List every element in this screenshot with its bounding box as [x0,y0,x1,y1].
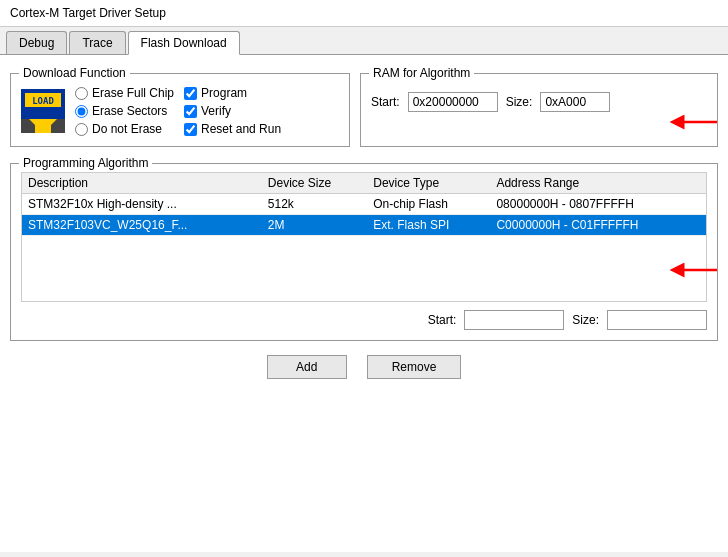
algo-legend: Programming Algorithm [19,156,152,170]
start-label: Start: [371,95,400,109]
table-row[interactable]: STM32F10x High-density ...512kOn-chip Fl… [22,194,706,215]
tab-trace[interactable]: Trace [69,31,125,54]
radio-erase-sectors[interactable]: Erase Sectors [75,104,174,118]
col-address-range: Address Range [490,173,706,194]
algo-table: Description Device Size Device Type Addr… [22,173,706,236]
col-description: Description [22,173,262,194]
ram-for-algorithm-group: RAM for Algorithm Start: Size: [360,73,718,147]
table-arrow-indicator [669,259,719,284]
check-col: Program Verify Reset and Run [184,86,281,136]
check-program[interactable]: Program [184,86,281,100]
main-content: Download Function LOAD [0,55,728,552]
title-bar: Cortex-M Target Driver Setup [0,0,728,27]
radio-col: Erase Full Chip Erase Sectors Do not Era… [75,86,174,136]
algo-start-input[interactable] [464,310,564,330]
radio-erase-full-chip[interactable]: Erase Full Chip [75,86,174,100]
col-device-type: Device Type [367,173,490,194]
ram-inner: Start: Size: [371,92,707,112]
col-device-size: Device Size [262,173,367,194]
bottom-size-label: Size: [572,313,599,327]
bottom-start-label: Start: [428,313,457,327]
top-row: Download Function LOAD [10,65,718,155]
size-label: Size: [506,95,533,109]
tab-debug[interactable]: Debug [6,31,67,54]
radio-do-not-erase[interactable]: Do not Erase [75,122,174,136]
algo-size-input[interactable] [607,310,707,330]
check-verify[interactable]: Verify [184,104,281,118]
algo-table-wrapper[interactable]: Description Device Size Device Type Addr… [21,172,707,302]
download-function-legend: Download Function [19,66,130,80]
red-arrow-svg [669,111,719,133]
table-header-row: Description Device Size Device Type Addr… [22,173,706,194]
ram-arrow-indicator [669,111,719,136]
download-function-group: Download Function LOAD [10,73,350,147]
window-title: Cortex-M Target Driver Setup [10,6,166,20]
load-icon-svg: LOAD [21,89,65,133]
remove-button[interactable]: Remove [367,355,462,379]
button-row: Add Remove [10,355,718,379]
tab-bar: Debug Trace Flash Download [0,27,728,55]
ram-legend: RAM for Algorithm [369,66,474,80]
tab-flash-download[interactable]: Flash Download [128,31,240,55]
table-row[interactable]: STM32F103VC_W25Q16_F...2MExt. Flash SPIC… [22,215,706,236]
table-red-arrow-svg [669,259,719,281]
svg-text:LOAD: LOAD [32,96,54,106]
bottom-fields: Start: Size: [21,310,707,330]
add-button[interactable]: Add [267,355,347,379]
programming-algorithm-group: Programming Algorithm Description Device… [10,163,718,341]
load-icon: LOAD [21,89,65,133]
download-inner: LOAD Erase Full Chip Erase [21,86,339,136]
ram-start-input[interactable] [408,92,498,112]
ram-size-input[interactable] [540,92,610,112]
check-reset-and-run[interactable]: Reset and Run [184,122,281,136]
